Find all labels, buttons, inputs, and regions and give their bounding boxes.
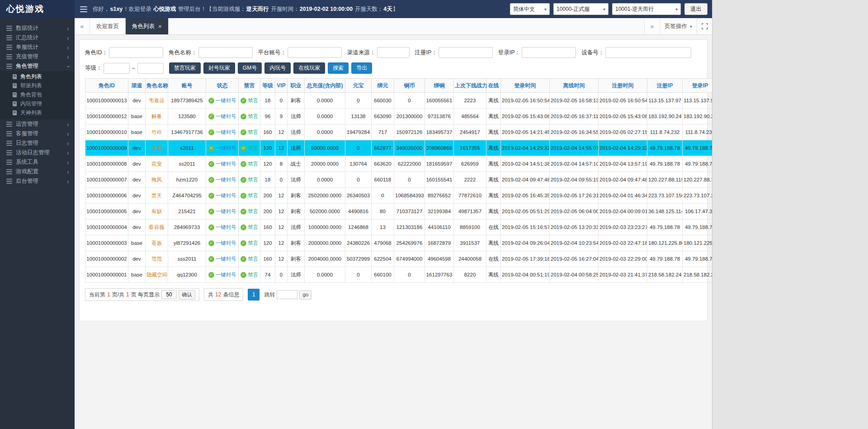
ban-action-link[interactable]: 一键封号 — [216, 161, 236, 167]
gm-account-button[interactable]: GM号 — [238, 62, 262, 74]
tab-operations-dropdown[interactable]: 页签操作▾ — [660, 18, 697, 34]
logout-button[interactable]: 退出 — [684, 3, 708, 15]
mute-action-link[interactable]: 禁言 — [248, 256, 258, 262]
role-name-link[interactable]: 焚天 — [151, 193, 162, 198]
column-header-19[interactable]: 注册时间 — [599, 79, 647, 93]
role-name-link[interactable]: 隐藏空间 — [146, 272, 167, 277]
menu-toggle-icon[interactable] — [80, 6, 87, 12]
table-row[interactable]: 10001000000007dev晚风hzm1220✓一键封号✓禁言180法师0… — [85, 172, 712, 188]
table-row[interactable]: 10001000000001base隐藏空间qq12300✓一键封号✓禁言740… — [85, 267, 712, 283]
sidebar-group-4[interactable]: 充值管理‹ — [0, 52, 75, 62]
tab-role-list[interactable]: 角色列表× — [126, 18, 169, 34]
table-row[interactable]: 10001000000005dev有缺215421✓一键封号✓禁言20012刺客… — [85, 204, 712, 219]
column-header-9[interactable]: 职业 — [288, 79, 305, 93]
column-header-5[interactable]: 状态 — [206, 79, 239, 93]
mute-action-link[interactable]: 禁言 — [248, 209, 258, 214]
sidebar-group-10[interactable]: 系统工具‹ — [0, 157, 75, 167]
role-name-link[interactable]: 有缺 — [151, 209, 162, 214]
ban-action-link[interactable]: 一键封号 — [216, 240, 236, 246]
column-header-17[interactable]: 登录时间 — [501, 79, 550, 93]
table-row[interactable]: 10001000000004dev蔡容薇284969733✓一键封号✓禁言160… — [85, 219, 712, 235]
column-header-8[interactable]: VIP — [275, 79, 288, 93]
confirm-page-size-button[interactable]: 确认 — [179, 290, 195, 300]
level-from-input[interactable] — [104, 63, 130, 74]
filter-input-5[interactable] — [439, 47, 493, 58]
mute-action-link[interactable]: 禁言 — [248, 240, 258, 246]
ban-action-link[interactable]: 一键封号 — [216, 256, 236, 262]
mute-action-link[interactable]: 禁言 — [248, 129, 258, 135]
mute-action-link[interactable]: 禁言 — [248, 272, 258, 277]
role-name-link[interactable]: 解番 — [151, 114, 162, 119]
filter-input-6[interactable] — [522, 47, 576, 58]
sidebar-subitem-5[interactable]: 天神列表 — [0, 108, 75, 117]
sidebar-group-3[interactable]: 单服统计‹ — [0, 43, 75, 52]
column-header-13[interactable]: 铜币 — [394, 79, 425, 93]
filter-input-4[interactable] — [377, 47, 410, 58]
jump-page-input[interactable] — [277, 290, 297, 299]
mute-action-link[interactable]: 禁言 — [248, 161, 258, 167]
tabs-scroll-left-button[interactable]: « — [75, 18, 90, 34]
page-size-input[interactable] — [161, 290, 177, 299]
sidebar-subitem-1[interactable]: 角色列表 — [0, 72, 75, 81]
ban-action-link[interactable]: 一键封号 — [216, 145, 236, 151]
column-header-20[interactable]: 注册IP — [647, 79, 683, 93]
ban-action-link[interactable]: 一键封号 — [216, 224, 236, 230]
ban-action-link[interactable]: 一键封号 — [216, 114, 236, 119]
table-row[interactable]: 10001000000002dev范范sss2011✓一键封号✓禁言16012刺… — [85, 251, 712, 267]
language-select[interactable]: 简体中文 — [510, 3, 550, 15]
sidebar-subitem-3[interactable]: 角色背包 — [0, 90, 75, 99]
tabs-scroll-right-button[interactable]: » — [644, 18, 660, 34]
role-name-link[interactable]: 蔡容薇 — [149, 224, 165, 230]
ban-action-link[interactable]: 一键封号 — [216, 272, 236, 277]
table-row[interactable]: 10001000000012base解番123580✓一键封号✓禁言969法师0… — [85, 109, 712, 124]
column-header-16[interactable]: 在线 — [486, 79, 501, 93]
ban-action-link[interactable]: 一键封号 — [216, 177, 236, 182]
ban-action-link[interactable]: 一键封号 — [216, 209, 236, 214]
mute-action-link[interactable]: 禁言 — [248, 224, 258, 230]
role-name-link[interactable]: 韦嘉运 — [149, 98, 165, 103]
export-button[interactable]: 导出 — [351, 62, 372, 74]
column-header-6[interactable]: 禁言 — [239, 79, 260, 93]
column-header-1[interactable]: 角色ID — [85, 79, 128, 93]
sidebar-group-5[interactable]: 角色管理‹ — [0, 62, 75, 71]
filter-input-2[interactable] — [198, 47, 253, 58]
sidebar-group-12[interactable]: 后台管理‹ — [0, 176, 75, 186]
role-name-link[interactable]: 花安 — [151, 161, 162, 167]
table-row[interactable]: 10001000000008dev花安ss2011✓一键封号✓禁言1208战士2… — [85, 156, 712, 172]
sidebar-group-11[interactable]: 游戏配置‹ — [0, 167, 75, 176]
table-row[interactable]: 10001000000003base苍族yl87291426✓一键封号✓禁言12… — [85, 235, 712, 251]
table-row[interactable]: 10001000000009dev伏爱s2011✓一键封号✓禁言12012法师5… — [85, 140, 712, 156]
column-header-3[interactable]: 角色名称 — [146, 79, 168, 93]
role-name-link[interactable]: 伏爱 — [151, 145, 162, 151]
mute-action-link[interactable]: 禁言 — [248, 98, 258, 103]
sidebar-subitem-4[interactable]: 内玩管理 — [0, 99, 75, 108]
game-server-select[interactable]: 10001-逆天而行 — [612, 3, 681, 15]
mute-action-link[interactable]: 禁言 — [248, 193, 258, 198]
mute-action-link[interactable]: 禁言 — [248, 177, 258, 182]
sidebar-group-1[interactable]: 数据统计‹ — [0, 24, 75, 33]
sidebar-group-8[interactable]: 日志管理‹ — [0, 138, 75, 148]
sidebar-group-2[interactable]: 汇总统计‹ — [0, 33, 75, 43]
level-to-input[interactable] — [137, 63, 164, 74]
role-name-link[interactable]: 竹祢 — [151, 129, 162, 135]
column-header-7[interactable]: 等级 — [260, 79, 275, 93]
close-tab-icon[interactable]: × — [158, 23, 162, 30]
role-name-link[interactable]: 苍族 — [151, 240, 162, 246]
column-header-14[interactable]: 绑铜 — [425, 79, 454, 93]
table-row[interactable]: 10001000000013dev韦嘉运18977389425✓一键封号✓禁言1… — [85, 93, 712, 109]
sidebar-subitem-2[interactable]: 帮派列表 — [0, 81, 75, 90]
column-header-4[interactable]: 账号 — [168, 79, 206, 93]
ban-action-link[interactable]: 一键封号 — [216, 98, 236, 103]
sidebar-group-6[interactable]: 运营管理‹ — [0, 119, 75, 129]
role-name-link[interactable]: 晚风 — [151, 177, 162, 182]
page-1-button[interactable]: 1 — [248, 289, 259, 300]
filter-input-7[interactable] — [605, 47, 691, 58]
column-header-2[interactable]: 渠道 — [128, 79, 146, 93]
ban-players-button[interactable]: 封号玩家 — [203, 62, 235, 74]
online-players-button[interactable]: 在线玩家 — [293, 62, 325, 74]
column-header-11[interactable]: 元宝 — [345, 79, 372, 93]
sidebar-group-7[interactable]: 客服管理‹ — [0, 129, 75, 138]
mute-action-link[interactable]: 禁言 — [248, 145, 258, 151]
role-name-link[interactable]: 范范 — [151, 256, 162, 262]
mute-players-button[interactable]: 禁言玩家 — [169, 62, 201, 74]
